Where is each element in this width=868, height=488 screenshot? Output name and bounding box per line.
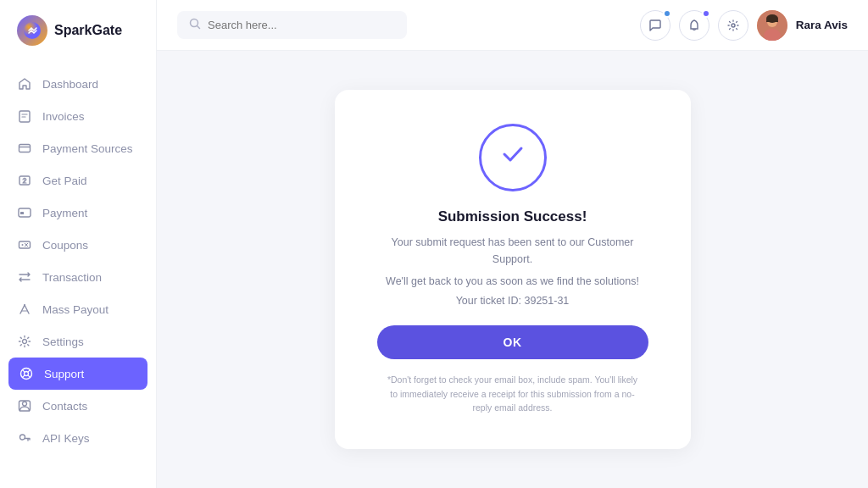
sidebar-item-mass-payout[interactable]: Mass Payout (0, 293, 156, 325)
modal-note: *Don't forget to check your email box, i… (386, 373, 640, 415)
invoices-label: Invoices (42, 110, 85, 123)
api-keys-label: API Keys (42, 432, 90, 445)
user-name: Rara Avis (796, 19, 848, 31)
svg-point-11 (25, 372, 29, 376)
dashboard-label: Dashboard (42, 78, 98, 91)
notification-badge (702, 9, 710, 18)
header: Rara Avis (157, 0, 868, 51)
sidebar-item-coupons[interactable]: Coupons (0, 229, 156, 261)
home-icon (17, 76, 32, 92)
transaction-label: Transaction (42, 271, 102, 284)
header-icons: Rara Avis (640, 10, 848, 41)
mass-payout-icon (17, 302, 32, 317)
logo-icon (17, 15, 47, 46)
sidebar: SparkGate Dashboard Invoices Payment Sou… (0, 0, 157, 488)
svg-rect-2 (19, 145, 31, 152)
payment-sources-label: Payment Sources (42, 142, 133, 155)
settings-button[interactable] (718, 10, 748, 41)
search-input[interactable] (208, 19, 395, 31)
settings-label: Settings (42, 336, 84, 348)
svg-point-14 (20, 435, 25, 440)
coupons-label: Coupons (42, 239, 88, 252)
get-paid-label: Get Paid (42, 175, 87, 187)
modal-description-line1: Your submit request has been sent to our… (377, 234, 648, 268)
notification-button[interactable] (679, 10, 709, 41)
sidebar-item-contacts[interactable]: Contacts (0, 390, 156, 422)
page-content: Submission Success! Your submit request … (157, 51, 868, 488)
modal-title: Submission Success! (438, 208, 587, 225)
modal-description-line2: We'll get back to you as soon as we find… (386, 273, 639, 290)
mass-payout-label: Mass Payout (42, 303, 108, 316)
chat-button[interactable] (640, 10, 670, 41)
sidebar-item-payment-sources[interactable]: Payment Sources (0, 132, 156, 164)
card-icon (17, 141, 32, 156)
search-box[interactable] (177, 11, 407, 39)
avatar (757, 10, 787, 41)
success-circle (479, 124, 547, 191)
svg-rect-6 (19, 241, 31, 248)
logo: SparkGate (0, 0, 156, 61)
transaction-icon (17, 269, 32, 285)
sidebar-item-transaction[interactable]: Transaction (0, 261, 156, 293)
support-icon (19, 366, 34, 381)
svg-point-8 (24, 304, 25, 306)
sidebar-item-invoices[interactable]: Invoices (0, 100, 156, 132)
svg-point-9 (23, 340, 27, 344)
payment-label: Payment (42, 207, 87, 219)
svg-point-7 (22, 244, 24, 246)
payment-icon (17, 205, 32, 220)
search-icon (189, 18, 201, 32)
key-icon (17, 430, 32, 446)
sidebar-item-dashboard[interactable]: Dashboard (0, 68, 156, 100)
success-modal: Submission Success! Your submit request … (335, 90, 691, 449)
ticket-id: Your ticket ID: 39251-31 (456, 295, 570, 307)
dollar-icon (17, 173, 32, 188)
ok-button[interactable]: OK (377, 325, 648, 359)
support-label: Support (44, 368, 84, 380)
sidebar-item-support[interactable]: Support (8, 358, 147, 390)
svg-rect-5 (20, 212, 24, 214)
svg-point-12 (23, 402, 27, 406)
checkmark-icon (498, 139, 528, 176)
settings-icon (17, 334, 32, 349)
main-content: Rara Avis Submission Success! Your submi… (157, 0, 868, 488)
sidebar-item-api-keys[interactable]: API Keys (0, 422, 156, 454)
contacts-icon (17, 398, 32, 413)
coupon-icon (17, 237, 32, 252)
sidebar-item-settings[interactable]: Settings (0, 325, 156, 358)
chat-badge (663, 9, 671, 18)
invoice-icon (17, 108, 32, 124)
logo-text: SparkGate (54, 23, 122, 38)
sidebar-item-payment[interactable]: Payment (0, 197, 156, 229)
sidebar-item-get-paid[interactable]: Get Paid (0, 164, 156, 197)
svg-point-16 (732, 24, 735, 27)
contacts-label: Contacts (42, 400, 87, 413)
